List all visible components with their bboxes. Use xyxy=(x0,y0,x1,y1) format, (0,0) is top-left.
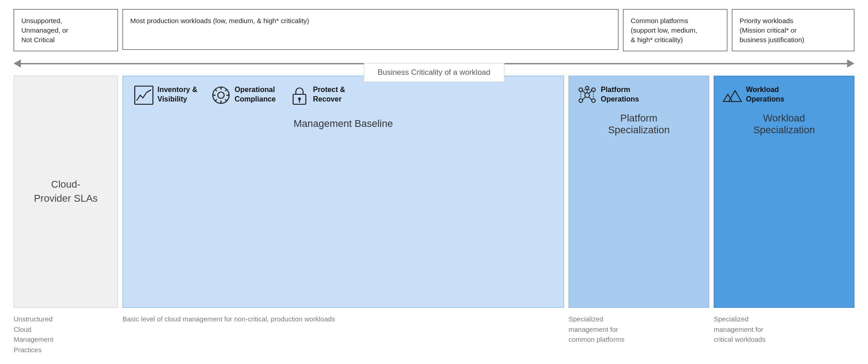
mountains-icon xyxy=(722,85,742,105)
bottom-col-3: Specialized management for common platfo… xyxy=(569,314,709,355)
top-box-col4-text: Priority workloads (Mission critical* or… xyxy=(740,17,804,44)
workload-spec-title: Workload Specialization xyxy=(722,112,846,136)
gear-icon xyxy=(211,85,231,105)
bottom-col-1: Unstructured Cloud Management Practices xyxy=(14,314,118,355)
top-box-col1-text: Unsupported, Unmanaged, or Not Critical xyxy=(21,17,68,44)
bottom-col-2-text: Basic level of cloud management for non-… xyxy=(123,315,335,323)
main-container: Unsupported, Unmanaged, or Not Critical … xyxy=(0,0,868,364)
svg-line-21 xyxy=(589,91,592,93)
top-box-col2-text: Most production workloads (low, medium, … xyxy=(130,17,309,24)
platform-spec-title: Platform Specialization xyxy=(577,112,701,136)
bottom-col-2: Basic level of cloud management for non-… xyxy=(123,314,564,355)
workload-icon-row: WorkloadOperations xyxy=(722,85,846,105)
top-box-col2: Most production workloads (low, medium, … xyxy=(123,9,618,50)
top-box-col1: Unsupported, Unmanaged, or Not Critical xyxy=(14,9,118,51)
svg-line-10 xyxy=(215,99,217,101)
col-baseline: Inventory &Visibility xyxy=(123,76,564,308)
arrow-left-icon xyxy=(14,59,21,68)
top-boxes-row: Unsupported, Unmanaged, or Not Critical … xyxy=(14,9,854,51)
platform-icon-label: PlatformOperations xyxy=(601,85,639,104)
arrow-row: Business Criticality of a workload xyxy=(14,59,854,68)
content-row: Cloud- Provider SLAs Inventory &Visibili… xyxy=(14,76,854,308)
col-platform: PlatformOperations Platform Specializati… xyxy=(569,76,709,308)
svg-marker-28 xyxy=(729,91,741,102)
arrow-label-box: Business Criticality of a workload xyxy=(363,63,504,82)
inventory-visibility-label: Inventory &Visibility xyxy=(157,85,197,104)
bottom-col-4: Specialized management for critical work… xyxy=(714,314,854,355)
svg-rect-0 xyxy=(135,86,153,104)
svg-line-20 xyxy=(583,91,585,93)
svg-point-2 xyxy=(218,92,224,98)
arrow-right-icon xyxy=(847,59,854,68)
sla-title: Cloud- Provider SLAs xyxy=(34,178,98,206)
arrow-label-text: Business Criticality of a workload xyxy=(378,68,490,77)
svg-point-12 xyxy=(298,97,301,100)
svg-line-22 xyxy=(583,97,585,100)
svg-point-17 xyxy=(579,99,583,102)
lock-icon xyxy=(289,85,309,105)
protect-recover-label: Protect &Recover xyxy=(313,85,345,104)
baseline-icons-row: Inventory &Visibility xyxy=(134,85,553,105)
protect-recover-item: Protect &Recover xyxy=(289,85,345,105)
top-box-col4: Priority workloads (Mission critical* or… xyxy=(732,9,854,51)
baseline-title: Management Baseline xyxy=(134,118,553,130)
operational-compliance-item: OperationalCompliance xyxy=(211,85,276,105)
col-workload: WorkloadOperations Workload Specializati… xyxy=(714,76,854,308)
svg-line-7 xyxy=(215,89,217,91)
bottom-col-4-text: Specialized management for critical work… xyxy=(714,315,765,343)
bottom-row: Unstructured Cloud Management Practices … xyxy=(14,314,854,355)
svg-line-23 xyxy=(589,97,592,100)
content-and-bottom: Cloud- Provider SLAs Inventory &Visibili… xyxy=(14,76,854,355)
platform-icon-row: PlatformOperations xyxy=(577,85,701,105)
operational-compliance-label: OperationalCompliance xyxy=(235,85,276,104)
svg-point-18 xyxy=(592,99,595,102)
arrow-line: Business Criticality of a workload xyxy=(21,63,847,64)
col-sla: Cloud- Provider SLAs xyxy=(14,76,118,308)
top-box-col3-text: Common platforms (support low, medium, &… xyxy=(631,17,697,44)
bottom-col-3-text: Specialized management for common platfo… xyxy=(569,315,624,343)
svg-point-14 xyxy=(585,93,589,97)
svg-line-9 xyxy=(225,89,227,91)
svg-point-19 xyxy=(586,87,589,90)
network-icon xyxy=(577,85,597,105)
bottom-col-1-text: Unstructured Cloud Management Practices xyxy=(14,315,54,354)
chart-icon xyxy=(134,85,154,105)
svg-line-8 xyxy=(225,99,227,101)
inventory-visibility-item: Inventory &Visibility xyxy=(134,85,197,105)
workload-icon-label: WorkloadOperations xyxy=(746,85,784,104)
top-box-col3: Common platforms (support low, medium, &… xyxy=(623,9,727,51)
